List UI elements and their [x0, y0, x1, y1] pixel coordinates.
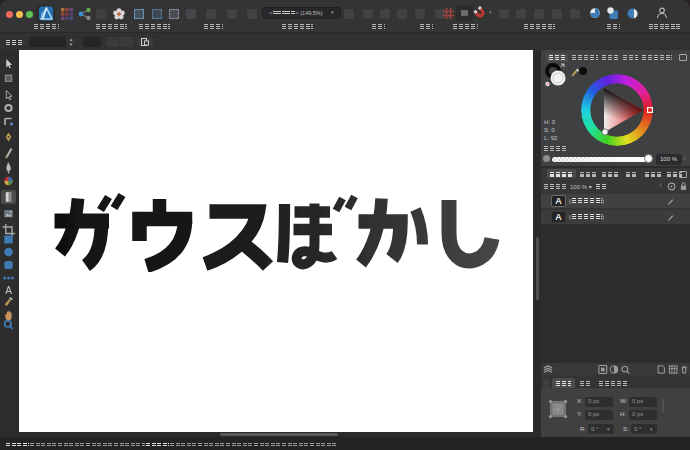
- svg-text:A: A: [5, 285, 12, 296]
